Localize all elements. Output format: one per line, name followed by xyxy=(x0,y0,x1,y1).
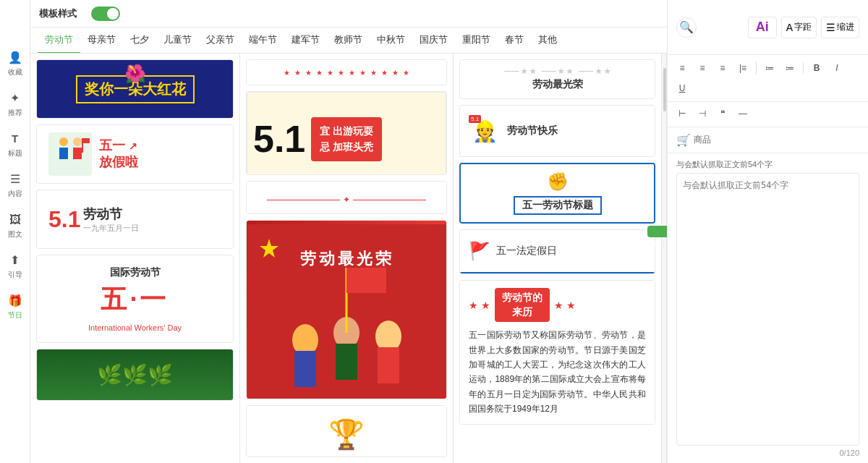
template-wuyi1[interactable]: 五一 ↗ 放假啦 xyxy=(36,124,234,184)
template-ldmax[interactable]: 劳动最光荣 xyxy=(246,220,447,399)
italic-btn[interactable]: I xyxy=(828,59,846,77)
sidebar-item-holiday[interactable]: 🎁 节日 xyxy=(0,286,30,327)
category-tabs: 劳动节 母亲节 七夕 儿童节 父亲节 端午节 建军节 教师节 中秋节 国庆节 重… xyxy=(30,27,667,54)
51big-text: 宜 出游玩耍 忌 加班头秃 xyxy=(311,117,382,161)
list-ul-btn[interactable]: ≔ xyxy=(761,59,778,77)
flower-decoration: 🌺 xyxy=(124,64,146,84)
tab-midautumn[interactable]: 中秋节 xyxy=(370,27,412,54)
goods-icon: 🛒 xyxy=(676,133,691,147)
align-right-btn[interactable]: ≡ xyxy=(714,59,731,77)
sidebar-item-guide[interactable]: ⬆ 引导 xyxy=(0,246,30,286)
template-selected[interactable]: ✊ 五一劳动节标题 xyxy=(459,163,655,224)
tab-labor[interactable]: 劳动节 xyxy=(38,27,80,54)
tab-teacher[interactable]: 教师节 xyxy=(327,27,370,54)
ldkl-text: 劳动节快乐 xyxy=(507,124,558,137)
template-ldkl[interactable]: 👷 5.1 劳动节快乐 xyxy=(459,105,655,157)
svg-rect-9 xyxy=(294,351,316,387)
svg-rect-3 xyxy=(73,148,82,159)
template-fdjr[interactable]: 🚩 五一法定假日 xyxy=(459,229,655,274)
tab-children[interactable]: 儿童节 xyxy=(156,27,199,54)
font-size-button[interactable]: A字距 xyxy=(781,17,817,38)
main-panel: 模板样式 劳动节 母亲节 七夕 儿童节 父亲节 端午节 建军节 教师节 中秋节 … xyxy=(30,0,667,463)
tab-other[interactable]: 其他 xyxy=(531,27,564,54)
template-llcard[interactable]: ★ ★ 劳动节的来历 ★ ★ 五一国际劳动节又称国际劳动节、劳动节，是世界上大多… xyxy=(459,280,655,425)
list-ol-btn[interactable]: ≔ xyxy=(781,59,799,77)
ll-stars-left: ★ ★ xyxy=(469,300,490,311)
underline-btn[interactable]: U xyxy=(673,80,691,97)
sidebar: 👤 收藏 ✦ 推荐 T 标题 ☰ 内容 🖼 图文 ⬆ 引导 🎁 节日 xyxy=(0,0,30,463)
tab-spring[interactable]: 春节 xyxy=(498,27,531,54)
hr-btn[interactable]: — xyxy=(734,105,752,122)
align-left-btn[interactable]: ≡ xyxy=(673,59,691,77)
toolbar-divider-2 xyxy=(803,62,804,74)
content-textarea[interactable] xyxy=(676,173,859,446)
51big-number: 5.1 xyxy=(253,120,305,158)
vertical-scrollbar[interactable] xyxy=(661,54,667,463)
right-toolbar: Ai A字距 ☰缩进 xyxy=(748,17,859,38)
collect-icon: 👤 xyxy=(8,51,22,65)
sidebar-item-content[interactable]: ☰ 内容 xyxy=(0,165,30,205)
template-51[interactable]: 5.1 劳动节 一九年五月一日 xyxy=(36,190,234,249)
selected-img: ✊ xyxy=(547,171,569,192)
indent-more-btn[interactable]: ⊢ xyxy=(673,105,691,122)
svg-point-2 xyxy=(73,137,82,146)
indent-button[interactable]: ☰缩进 xyxy=(821,17,859,38)
template-dots[interactable]: ★★★ ★★★ ★★★ ★★★ xyxy=(246,59,447,85)
tab-national[interactable]: 国庆节 xyxy=(412,27,455,54)
sidebar-item-recommend[interactable]: ✦ 推荐 xyxy=(0,84,30,124)
align-justify-btn[interactable]: |≡ xyxy=(734,59,752,77)
tab-duanwu[interactable]: 端午节 xyxy=(242,27,284,54)
ai-button[interactable]: Ai xyxy=(748,17,777,38)
toolbar-divider-1 xyxy=(756,62,757,74)
jungle-bg: 🌿🌿🌿 xyxy=(37,349,233,400)
imgtext-icon: 🖼 xyxy=(8,213,22,227)
tab-qixi[interactable]: 七夕 xyxy=(123,27,156,54)
toggle-switch[interactable] xyxy=(91,7,120,21)
indent-less-btn[interactable]: ⊣ xyxy=(694,105,711,122)
panel-title: 模板样式 xyxy=(39,7,77,20)
svg-rect-11 xyxy=(336,344,357,380)
sidebar-item-imgtext[interactable]: 🖼 图文 xyxy=(0,205,30,246)
align-center-btn[interactable]: ≡ xyxy=(694,59,711,77)
ll-title: 劳动节的来历 xyxy=(495,288,550,322)
wuyi1-text: 五一 ↗ 放假啦 xyxy=(99,137,138,171)
template-honghua[interactable]: 🌺 奖你一朵大红花 xyxy=(36,59,234,119)
tab-chongyang[interactable]: 重阳节 xyxy=(455,27,498,54)
ldgr-text: 劳动最光荣 xyxy=(469,78,646,91)
collapse-button[interactable]: 收起 xyxy=(647,226,667,237)
format-toolbar: ≡ ≡ ≡ |≡ ≔ ≔ B I U xyxy=(668,55,868,102)
51-title: 劳动节 xyxy=(83,205,139,223)
tab-mother[interactable]: 母亲节 xyxy=(80,27,123,54)
sidebar-item-collect[interactable]: 👤 收藏 xyxy=(0,43,30,84)
grab-text-hint: 与会默认抓取正文前54个字 xyxy=(676,159,773,170)
search-icon[interactable]: 🔍 xyxy=(676,17,697,38)
tab-father[interactable]: 父亲节 xyxy=(199,27,242,54)
quote-btn[interactable]: ❝ xyxy=(714,105,731,122)
bottom-area: 与会默认抓取正文前54个字 0/120 xyxy=(668,153,868,463)
svg-rect-13 xyxy=(378,347,399,383)
gjlddj-en: International Workers' Day xyxy=(88,323,182,332)
template-jungle[interactable]: 🌿🌿🌿 xyxy=(36,349,234,401)
sidebar-label-imgtext: 图文 xyxy=(8,229,22,239)
top-bar: 模板样式 xyxy=(30,0,667,27)
svg-text:劳动最光荣: 劳动最光荣 xyxy=(300,250,394,268)
template-deco-line[interactable] xyxy=(246,181,447,214)
ll-body: 五一国际劳动节又称国际劳动节、劳动节，是世界上大多数国家的劳动节。节日源于美国芝… xyxy=(469,328,646,416)
right-panel: 收起 🔍 Ai A字距 ☰缩进 ≡ ≡ ≡ |≡ ≔ ≔ B I U ⊢ xyxy=(667,0,868,463)
sidebar-label-holiday: 节日 xyxy=(8,310,22,320)
ldkl-img: 👷 5.1 xyxy=(469,115,501,148)
tab-army[interactable]: 建军节 xyxy=(284,27,327,54)
content-icon: ☰ xyxy=(8,172,22,187)
goods-label-text: 商品 xyxy=(694,134,711,146)
template-51big[interactable]: 5.1 宜 出游玩耍 忌 加班头秃 xyxy=(246,91,447,175)
scrollbar-thumb[interactable] xyxy=(663,68,666,111)
template-gjlddj[interactable]: 国际劳动节 五·一 International Workers' Day xyxy=(36,255,234,343)
font-size-label: 字距 xyxy=(794,21,812,33)
template-ldgr[interactable]: —— ★ ★ 劳动最光荣 xyxy=(459,59,655,99)
sidebar-label-guide: 引导 xyxy=(8,270,22,280)
sidebar-label-recommend: 推荐 xyxy=(8,108,22,118)
guide-icon: ⬆ xyxy=(8,253,22,268)
template-flower2[interactable]: 🏆 xyxy=(246,405,447,457)
bold-btn[interactable]: B xyxy=(808,59,825,77)
sidebar-item-title[interactable]: T 标题 xyxy=(0,124,30,165)
